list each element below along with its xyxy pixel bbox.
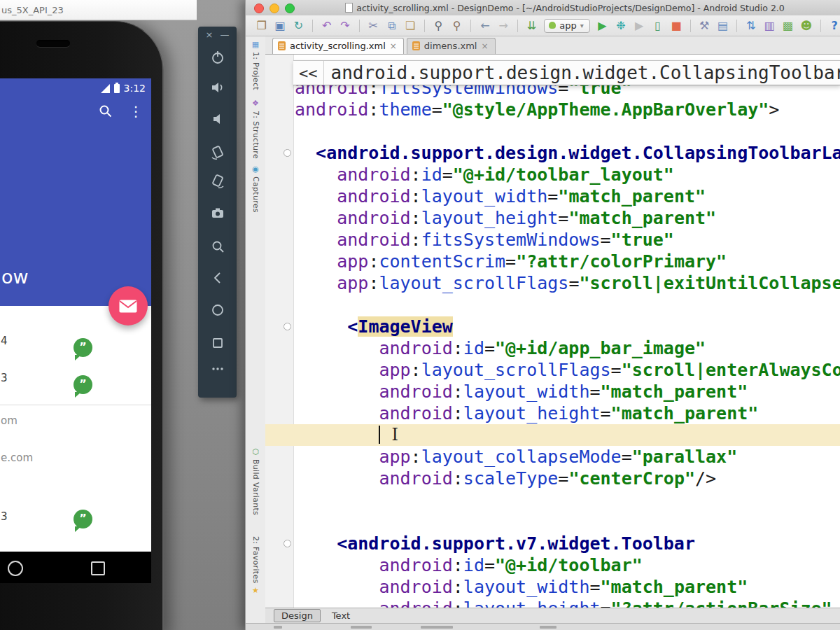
redo-icon[interactable]: ↷ bbox=[339, 20, 351, 32]
rotate-left-icon[interactable] bbox=[209, 144, 226, 160]
stop-icon[interactable]: ■ bbox=[670, 20, 682, 32]
code-line: app:layout_collapseMode="parallax" bbox=[295, 446, 737, 468]
hangouts-chat-icon[interactable]: ” bbox=[74, 510, 92, 528]
code-line: android:layout_width="match_parent" bbox=[295, 576, 748, 598]
editor-context-header[interactable]: << android.support.design.widget.Collaps… bbox=[293, 60, 840, 85]
sidebar-item-build-variants[interactable]: ⬡ Build Variants bbox=[246, 448, 265, 515]
contact-row-fragment[interactable]: 3 bbox=[1, 510, 8, 523]
contact-row-fragment[interactable]: 4 bbox=[1, 335, 8, 347]
sdk-manager-icon[interactable]: ⚒ bbox=[699, 20, 710, 32]
run-configuration-selector[interactable]: app▾ bbox=[544, 19, 590, 33]
copy-icon[interactable]: ⧉ bbox=[386, 20, 398, 32]
android-app-icon bbox=[549, 22, 556, 29]
code-line: app:layout_scrollFlags="scroll|exitUntil… bbox=[295, 272, 840, 294]
tab-design[interactable]: Design bbox=[274, 609, 321, 622]
tab-activity-scrolling-xml[interactable]: activity_scrolling.xml × bbox=[272, 38, 404, 54]
avd-manager-icon[interactable]: ▤ bbox=[717, 20, 729, 32]
contact-row-fragment[interactable]: 3 bbox=[1, 372, 8, 384]
design-text-switcher: Design Text bbox=[265, 608, 840, 623]
rotate-right-icon[interactable] bbox=[209, 172, 226, 189]
fab-email-button[interactable] bbox=[108, 286, 148, 326]
battery-icon bbox=[114, 84, 120, 93]
hangouts-chat-icon[interactable]: ” bbox=[74, 375, 92, 394]
more-icon[interactable] bbox=[209, 360, 226, 377]
caret-line-highlight bbox=[265, 424, 840, 446]
gradle-sync-icon[interactable]: ⇅ bbox=[745, 20, 757, 32]
android-studio-window: activity_scrolling.xml - DesignDemo - [~… bbox=[245, 0, 840, 630]
save-all-icon[interactable]: ▣ bbox=[274, 20, 286, 32]
phone-screen[interactable]: 3:12 ⋮ ow 4”3”ome.com3” bbox=[0, 78, 151, 583]
android-monitor-icon[interactable]: ▥ bbox=[764, 20, 776, 32]
toolbar-separator bbox=[736, 20, 737, 32]
overflow-menu-icon[interactable]: ⋮ bbox=[129, 104, 143, 118]
close-tab-icon[interactable]: × bbox=[481, 41, 488, 51]
minimize-window-button[interactable] bbox=[270, 4, 279, 13]
make-project-icon[interactable]: ⇊ bbox=[526, 20, 538, 32]
sidebar-item-project[interactable]: ▦ 1: Project bbox=[246, 41, 265, 90]
home-icon[interactable] bbox=[209, 302, 226, 318]
synchronize-icon[interactable]: ↻ bbox=[293, 20, 304, 32]
debug-icon[interactable]: ❉ bbox=[615, 20, 626, 32]
emulator-window-titlebar[interactable]: us_5X_API_23 bbox=[0, 0, 197, 20]
envelope-icon bbox=[119, 300, 137, 313]
recents-icon[interactable] bbox=[209, 335, 226, 351]
build-variants-icon: ⬡ bbox=[252, 448, 259, 456]
find-replace-icon[interactable]: ⚲ bbox=[451, 20, 463, 32]
sidebar-item-structure[interactable]: ❖ 7: Structure bbox=[246, 99, 265, 159]
cut-icon[interactable]: ✂ bbox=[368, 20, 379, 32]
android-icon[interactable]: ☻ bbox=[800, 20, 812, 32]
context-element-path: android.support.design.widget.Collapsing… bbox=[324, 62, 840, 83]
sdk-box-icon[interactable]: ▩ bbox=[782, 20, 794, 32]
status-bar-item bbox=[274, 626, 282, 629]
tab-text[interactable]: Text bbox=[325, 610, 357, 622]
attach-debugger-icon[interactable]: ▶ bbox=[634, 20, 645, 32]
zoom-icon[interactable] bbox=[209, 239, 226, 255]
code-line: app:layout_scrollFlags="scroll|enterAlwa… bbox=[295, 359, 840, 381]
recents-button[interactable] bbox=[91, 561, 105, 575]
zoom-window-button[interactable] bbox=[285, 4, 295, 13]
screenshot-icon[interactable] bbox=[209, 205, 226, 222]
panel-minimize-icon[interactable]: — bbox=[220, 29, 229, 40]
volume-up-icon[interactable] bbox=[209, 79, 226, 96]
xml-file-icon bbox=[278, 41, 286, 50]
context-chevrons-icon[interactable]: << bbox=[293, 61, 324, 85]
back-icon[interactable]: ← bbox=[479, 20, 491, 32]
studio-titlebar[interactable]: activity_scrolling.xml - DesignDemo - [~… bbox=[246, 0, 840, 16]
sidebar-item-captures[interactable]: ◉ Captures bbox=[246, 165, 265, 213]
undo-icon[interactable]: ↶ bbox=[321, 20, 332, 32]
volume-down-icon[interactable] bbox=[209, 111, 226, 127]
email-row-fragment[interactable]: om bbox=[1, 414, 18, 427]
fold-marker-icon[interactable] bbox=[284, 149, 291, 157]
run-on-device-icon[interactable]: ▯ bbox=[652, 20, 664, 32]
fold-marker-icon[interactable] bbox=[284, 323, 291, 330]
find-icon[interactable]: ⚲ bbox=[433, 20, 444, 32]
fold-marker-icon[interactable] bbox=[284, 540, 291, 547]
mouse-ibeam-cursor: I bbox=[391, 426, 398, 444]
sidebar-item-favorites[interactable]: 2: Favorites ★ bbox=[246, 536, 265, 595]
panel-close-icon[interactable]: × bbox=[206, 29, 214, 40]
code-line: <ImageView bbox=[295, 316, 453, 337]
code-editor[interactable]: android:fitsSystemWindows="true"android:… bbox=[265, 55, 840, 608]
structure-icon: ❖ bbox=[252, 99, 259, 108]
help-icon[interactable]: ? bbox=[829, 20, 840, 32]
run-icon[interactable]: ▶ bbox=[596, 20, 608, 32]
search-icon[interactable] bbox=[98, 104, 113, 119]
code-line: android:layout_height="match_parent" bbox=[295, 207, 716, 229]
close-tab-icon[interactable]: × bbox=[390, 41, 397, 51]
toolbar-separator bbox=[424, 20, 425, 32]
code-line: android:layout_height="match_parent" bbox=[295, 402, 758, 424]
email-row-fragment[interactable]: e.com bbox=[1, 451, 33, 464]
editor-tab-bar: activity_scrolling.xml × dimens.xml × bbox=[265, 36, 840, 55]
tab-dimens-xml[interactable]: dimens.xml × bbox=[407, 38, 496, 54]
hangouts-chat-icon[interactable]: ” bbox=[74, 338, 92, 357]
power-icon[interactable] bbox=[209, 49, 226, 66]
close-window-button[interactable] bbox=[254, 4, 264, 13]
status-time: 3:12 bbox=[124, 83, 146, 94]
open-icon[interactable]: ❐ bbox=[255, 20, 267, 32]
home-button[interactable] bbox=[8, 561, 23, 576]
paste-icon[interactable]: ❏ bbox=[404, 20, 416, 32]
android-nav-bar bbox=[0, 552, 151, 583]
studio-main-toolbar: ❐▣↻↶↷✂⧉❏⚲⚲←→⇊app▾▶❉▶▯■⚒▤⇅▥▩☻? bbox=[246, 15, 840, 36]
back-icon[interactable] bbox=[209, 270, 226, 286]
forward-icon[interactable]: → bbox=[498, 20, 510, 32]
